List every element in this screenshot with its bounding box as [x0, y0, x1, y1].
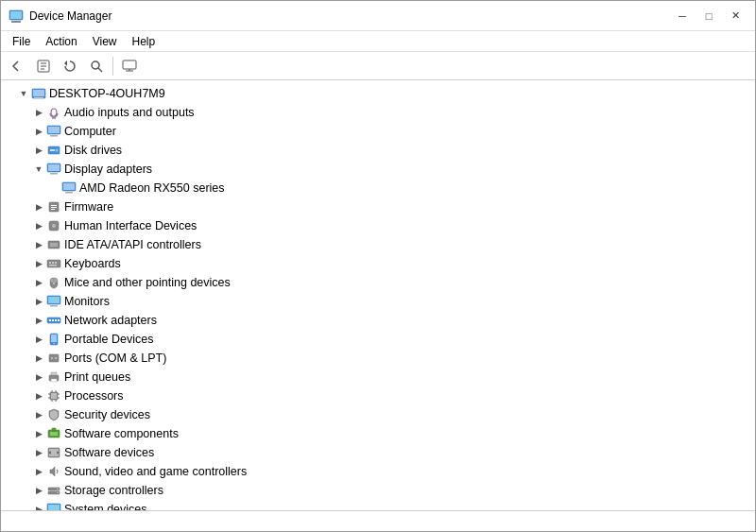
menu-view[interactable]: View: [85, 33, 125, 50]
expander-security[interactable]: ▶: [31, 407, 46, 422]
label-sound: Sound, video and game controllers: [64, 465, 247, 478]
menu-action[interactable]: Action: [38, 33, 84, 50]
svg-rect-50: [48, 297, 60, 303]
expander-print[interactable]: ▶: [31, 369, 46, 385]
tree-item-computer[interactable]: ▶ Computer: [1, 122, 755, 141]
security-icon: [46, 407, 61, 422]
toolbar-scan-button[interactable]: [84, 55, 109, 77]
content-area: ▼ DESKTOP-4OUH7M9 ▶: [1, 80, 755, 510]
svg-line-9: [98, 68, 102, 72]
svg-rect-64: [51, 379, 57, 382]
svg-rect-63: [51, 372, 57, 375]
tree-item-network[interactable]: ▶ Network adapters: [1, 311, 755, 330]
expander-network[interactable]: ▶: [31, 313, 46, 328]
minimize-button[interactable]: ─: [670, 7, 695, 26]
expander-processor[interactable]: ▶: [31, 388, 46, 403]
close-button[interactable]: ✕: [723, 7, 747, 26]
root-icon: [31, 86, 46, 101]
tree-root[interactable]: ▼ DESKTOP-4OUH7M9: [1, 84, 755, 103]
tree-item-firmware[interactable]: ▶ Firmware: [1, 197, 755, 216]
label-security: Security devices: [64, 408, 150, 421]
svg-rect-14: [34, 97, 43, 99]
tree-item-storage[interactable]: ▶ Storage controllers: [1, 481, 755, 500]
expander-disk[interactable]: ▶: [31, 143, 46, 158]
svg-marker-7: [64, 60, 67, 66]
svg-point-47: [53, 283, 55, 284]
menu-file[interactable]: File: [5, 33, 38, 50]
toolbar-back-button[interactable]: [5, 55, 29, 77]
tree-item-security[interactable]: ▶ Security devices: [1, 405, 755, 424]
tree-item-processor[interactable]: ▶ Processors: [1, 386, 755, 405]
svg-rect-43: [49, 265, 57, 266]
svg-rect-30: [63, 183, 75, 190]
tree-item-mice[interactable]: ▶ Mice and other pointing devices: [1, 273, 755, 292]
expander-display[interactable]: ▼: [31, 162, 46, 177]
firmware-icon: [46, 199, 61, 215]
expander-system[interactable]: ▶: [31, 502, 46, 510]
tree-item-ide[interactable]: ▶ IDE ATA/ATAPI controllers: [1, 235, 755, 254]
label-mice: Mice and other pointing devices: [64, 276, 231, 289]
expander-software-dev[interactable]: ▶: [31, 445, 46, 460]
svg-rect-33: [51, 207, 57, 208]
tree-panel[interactable]: ▼ DESKTOP-4OUH7M9 ▶: [1, 80, 755, 510]
toolbar-update-button[interactable]: [58, 55, 82, 77]
window-title: Device Manager: [29, 9, 112, 23]
expander-software-comp[interactable]: ▶: [31, 426, 46, 441]
menu-bar: File Action View Help: [1, 31, 755, 52]
tree-item-software-comp[interactable]: ▶ Software components: [1, 424, 755, 443]
svg-rect-66: [51, 393, 57, 399]
keyboard-icon: [46, 256, 61, 271]
tree-item-ports[interactable]: ▶ Ports (COM & LPT): [1, 349, 755, 368]
expander-audio[interactable]: ▶: [31, 105, 46, 120]
tree-item-hid[interactable]: ▶ Human Interface Devices: [1, 216, 755, 235]
label-software-comp: Software components: [64, 427, 179, 440]
menu-help[interactable]: Help: [125, 33, 163, 50]
system-icon: [46, 502, 61, 510]
expander-firmware[interactable]: ▶: [31, 199, 46, 215]
tree-item-keyboard[interactable]: ▶ Keyboards: [1, 254, 755, 273]
expander-sound[interactable]: ▶: [31, 464, 46, 479]
tree-item-software-dev[interactable]: ▶ Software devices: [1, 443, 755, 462]
software-dev-icon: [46, 445, 61, 460]
label-print: Print queues: [64, 370, 130, 384]
svg-point-60: [51, 357, 53, 359]
expander-mice[interactable]: ▶: [31, 275, 46, 290]
tree-item-audio[interactable]: ▶ Audio inputs and outputs: [1, 103, 755, 122]
label-amd: AMD Radeon RX550 series: [79, 181, 225, 195]
tree-item-print[interactable]: ▶ Print queues: [1, 368, 755, 386]
toolbar-separator: [112, 57, 113, 76]
root-expander[interactable]: ▼: [16, 86, 31, 101]
tree-item-amd[interactable]: AMD Radeon RX550 series: [1, 179, 755, 197]
label-network: Network adapters: [64, 314, 157, 327]
processor-icon: [46, 388, 61, 403]
svg-point-58: [53, 343, 55, 345]
tree-item-display[interactable]: ▼ Display adapters: [1, 160, 755, 179]
toolbar-properties-button[interactable]: [31, 55, 56, 77]
expander-hid[interactable]: ▶: [31, 218, 46, 233]
expander-computer[interactable]: ▶: [31, 124, 46, 139]
tree-item-disk[interactable]: ▶ Disk drives: [1, 141, 755, 160]
toolbar-monitor-button[interactable]: [117, 55, 142, 77]
label-ide: IDE ATA/ATAPI controllers: [64, 238, 201, 251]
svg-rect-76: [50, 432, 58, 436]
svg-rect-77: [52, 428, 56, 431]
expander-storage[interactable]: ▶: [31, 483, 46, 498]
tree-item-system[interactable]: ▶ System devices: [1, 500, 755, 510]
expander-portable[interactable]: ▶: [31, 332, 46, 347]
expander-keyboard[interactable]: ▶: [31, 256, 46, 271]
svg-point-83: [57, 489, 59, 490]
label-hid: Human Interface Devices: [64, 219, 197, 232]
software-comp-icon: [46, 426, 61, 441]
tree-item-monitors[interactable]: ▶ Monitors: [1, 292, 755, 311]
maximize-button[interactable]: □: [696, 7, 721, 26]
svg-point-8: [92, 61, 99, 69]
expander-monitors[interactable]: ▶: [31, 294, 46, 309]
toolbar: [1, 52, 755, 80]
expander-ide[interactable]: ▶: [31, 237, 46, 252]
tree-item-sound[interactable]: ▶ Sound, video and game controllers: [1, 462, 755, 481]
amd-icon: [61, 180, 77, 196]
svg-point-23: [56, 149, 59, 152]
expander-ports[interactable]: ▶: [31, 351, 46, 366]
tree-item-portable[interactable]: ▶ Portable Devices: [1, 330, 755, 349]
svg-rect-39: [47, 260, 60, 267]
